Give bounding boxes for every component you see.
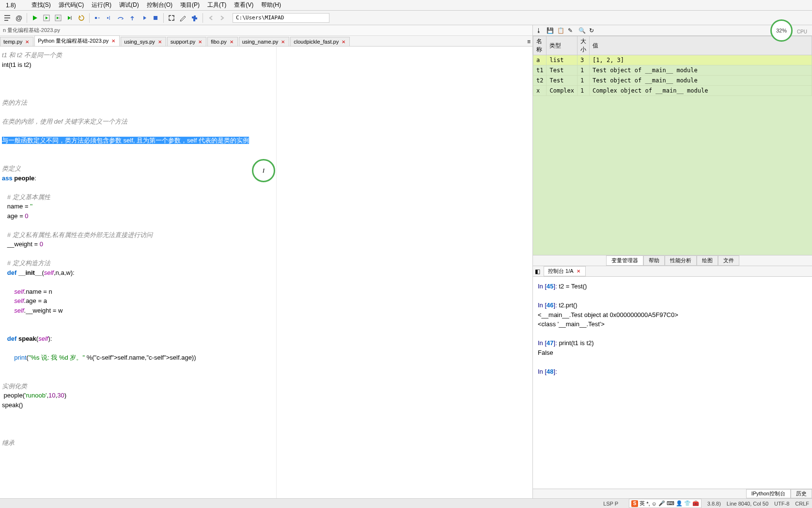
tab-overflow-icon[interactable]: ≡	[525, 37, 532, 46]
outline-button[interactable]	[2, 13, 13, 23]
editor-line	[0, 107, 532, 117]
column-header[interactable]: 大小	[578, 36, 590, 55]
workdir-input[interactable]	[233, 13, 329, 23]
menu-project[interactable]: 项目(P)	[176, 0, 203, 10]
code-editor[interactable]: I t1 和 t2 不是同一个类int(t1 is t2) 类的方法 在类的内部…	[0, 47, 532, 498]
debug-continue-button[interactable]	[139, 13, 149, 23]
variable-row[interactable]: xComplex1Complex object of __main__ modu…	[533, 86, 812, 96]
right-pane-tab[interactable]: 文件	[718, 255, 739, 266]
menu-bar: 1.8) 查找(S) 源代码(C) 运行(R) 调试(D) 控制台(O) 项目(…	[0, 0, 812, 11]
preferences-button[interactable]	[178, 13, 188, 23]
variable-row[interactable]: t2Test1Test object of __main__ module	[533, 76, 812, 86]
close-icon[interactable]: ✕	[229, 39, 234, 45]
python-path-button[interactable]	[189, 13, 200, 23]
debug-stop-button[interactable]	[150, 13, 161, 23]
editor-line	[0, 249, 532, 259]
editor-line: # 定义基本属性	[0, 192, 532, 202]
menu-find[interactable]: 查找(S)	[28, 0, 55, 10]
menu-source[interactable]: 源代码(C)	[55, 0, 88, 10]
debug-step-button[interactable]	[104, 13, 114, 23]
refresh-icon[interactable]: ↻	[589, 27, 596, 34]
right-pane-tab[interactable]: 性能分析	[665, 255, 697, 266]
close-icon[interactable]: ✕	[341, 39, 346, 45]
menu-debug[interactable]: 调试(D)	[115, 0, 143, 10]
editor-line	[0, 69, 532, 79]
variable-explorer[interactable]: 名称类型大小值alist3[1, 2, 3]t1Test1Test object…	[533, 36, 812, 255]
tab-label: using_name.py	[242, 39, 279, 45]
editor-line	[0, 410, 532, 419]
console-dock-icon[interactable]: ◧	[535, 268, 542, 275]
editor-line: age = 0	[0, 211, 532, 221]
editor-line	[0, 221, 532, 230]
cpu-gauge: 32%	[770, 19, 793, 42]
editor-line	[0, 126, 532, 136]
debug-step-in-button[interactable]	[92, 13, 103, 23]
status-bar: LSP P S 英 *, ☺ 🎤 ⌨ 👤 👕 🧰 3.8.8) Line 804…	[0, 498, 812, 508]
console-line: False	[538, 348, 807, 358]
content-area: n 量化编程基础-2023.py temp.py✕Python 量化编程基础-2…	[0, 25, 812, 498]
editor-tab[interactable]: fibo.py✕	[207, 37, 237, 46]
close-icon[interactable]: ✕	[576, 269, 581, 274]
maximize-button[interactable]	[166, 13, 177, 23]
save-as-icon[interactable]: 📋	[557, 27, 564, 34]
debug-step-over-button[interactable]	[115, 13, 126, 23]
close-icon[interactable]: ✕	[110, 38, 116, 44]
right-pane: ⭳ 💾 📋 ✎ 🔍 ↻ 名称类型大小值alist3[1, 2, 3]t1Test…	[533, 25, 812, 498]
save-data-icon[interactable]: 💾	[547, 27, 553, 34]
close-icon[interactable]: ✕	[157, 39, 163, 45]
menu-tools[interactable]: 工具(T)	[203, 0, 230, 10]
search-icon[interactable]: 🔍	[578, 27, 585, 34]
menu-console[interactable]: 控制台(O)	[143, 0, 176, 10]
editor-tab[interactable]: Python 量化编程基础-2023.py✕	[34, 35, 120, 46]
editor-line: 与一般函数定义不同，类方法必须包含参数 self, 且为第一个参数，self 代…	[0, 136, 532, 145]
console-bottom-tabs: IPython控制台历史	[533, 489, 812, 498]
editor-line: 在类的内部，使用 def 关键字来定义一个方法	[0, 117, 532, 127]
editor-tab[interactable]: cloudpickle_fast.py✕	[290, 37, 350, 46]
right-pane-tab[interactable]: 变量管理器	[606, 255, 643, 266]
editor-line: people('runoob',10,30)	[0, 391, 532, 400]
right-pane-tab[interactable]: 帮助	[643, 255, 665, 266]
tab-label: cloudpickle_fast.py	[294, 39, 339, 45]
column-header[interactable]: 类型	[547, 36, 578, 55]
editor-line: int(t1 is t2)	[0, 60, 532, 70]
editor-tab[interactable]: using_name.py✕	[239, 37, 290, 46]
close-icon[interactable]: ✕	[24, 39, 30, 45]
variable-row[interactable]: t1Test1Test object of __main__ module	[533, 65, 812, 76]
editor-line	[0, 363, 532, 372]
menu-run[interactable]: 运行(R)	[88, 0, 115, 10]
console-tab[interactable]: 控制台 1/A ✕	[544, 266, 586, 276]
menu-view[interactable]: 查看(V)	[230, 0, 257, 10]
status-ime[interactable]: S 英 *, ☺ 🎤 ⌨ 👤 👕 🧰	[629, 499, 702, 508]
editor-line: ass people:	[0, 174, 532, 183]
run-selection-button[interactable]	[64, 13, 75, 23]
nav-fwd-button[interactable]	[217, 13, 228, 23]
ime-user-icon: 👤	[676, 500, 683, 507]
ipython-console[interactable]: In [45]: t2 = Test() In [46]: t2.prt()<_…	[533, 277, 812, 489]
console-line: In [45]: t2 = Test()	[538, 282, 807, 291]
editor-tab[interactable]: using_sys.py✕	[121, 37, 166, 46]
menu-help[interactable]: 帮助(H)	[257, 0, 285, 10]
editor-line: self.name = n	[0, 287, 532, 297]
run-cell-advance-button[interactable]	[53, 13, 63, 23]
tab-label: using_sys.py	[124, 39, 155, 45]
variable-row[interactable]: alist3[1, 2, 3]	[533, 55, 812, 65]
right-pane-tab[interactable]: 绘图	[697, 255, 718, 266]
restart-kernel-button[interactable]	[76, 13, 87, 23]
editor-tab[interactable]: support.py✕	[167, 37, 206, 46]
console-bottom-tab[interactable]: IPython控制台	[746, 489, 791, 498]
console-bottom-tab[interactable]: 历史	[791, 489, 812, 498]
title-fragment: 1.8)	[2, 1, 20, 10]
column-header[interactable]: 名称	[533, 36, 547, 55]
run-button[interactable]	[30, 13, 40, 23]
editor-tabbar: temp.py✕Python 量化编程基础-2023.py✕using_sys.…	[0, 36, 532, 47]
close-icon[interactable]: ✕	[280, 39, 286, 45]
close-icon[interactable]: ✕	[197, 39, 203, 45]
debug-step-out-button[interactable]	[127, 13, 138, 23]
clear-icon[interactable]: ✎	[568, 27, 575, 34]
import-data-icon[interactable]: ⭳	[536, 27, 543, 34]
run-cell-button[interactable]	[41, 13, 52, 23]
at-button[interactable]: @	[14, 13, 24, 23]
editor-line: speak()	[0, 400, 532, 410]
editor-tab[interactable]: temp.py✕	[0, 37, 33, 46]
nav-back-button[interactable]	[205, 13, 216, 23]
